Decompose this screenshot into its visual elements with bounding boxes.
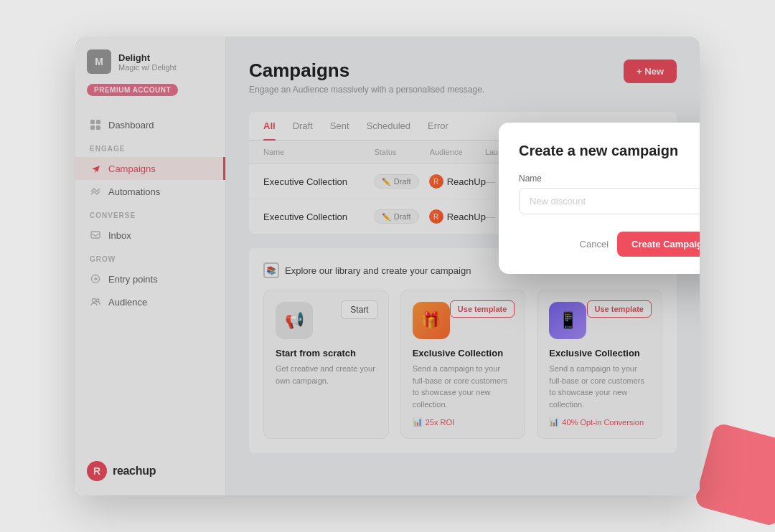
create-campaign-button[interactable]: Create Campaign: [617, 232, 700, 257]
modal-title: Create a new campaign: [519, 143, 700, 159]
name-label: Name: [519, 174, 700, 184]
cancel-button[interactable]: Cancel: [580, 239, 609, 250]
campaign-name-input[interactable]: [519, 188, 700, 214]
modal-actions: Cancel Create Campaign: [519, 232, 700, 257]
red-decoration: [694, 422, 775, 528]
create-campaign-modal: Create a new campaign Name Cancel Create…: [499, 123, 700, 274]
